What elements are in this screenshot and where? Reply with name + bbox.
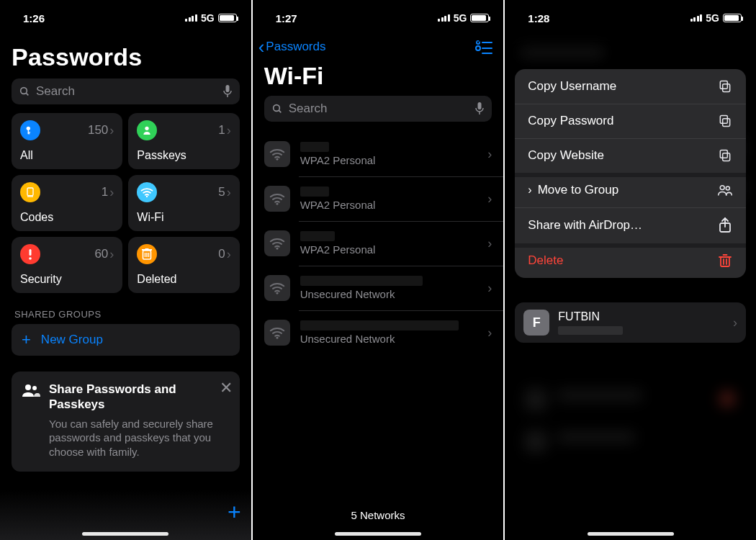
svg-rect-45 — [721, 257, 729, 266]
tile-count: 1 — [218, 123, 225, 138]
tile-label: Passkeys — [137, 149, 230, 162]
deleted-icon — [137, 244, 157, 264]
wifi-icon — [264, 230, 290, 256]
chevron-right-icon: › — [227, 247, 231, 262]
chevron-right-icon: › — [227, 185, 231, 200]
ctx-copy-website[interactable]: Copy Website — [515, 138, 746, 173]
redacted-ssid — [300, 320, 459, 330]
wifi-icon — [264, 186, 290, 212]
svg-point-8 — [145, 127, 149, 130]
ctx-label: Copy Username — [528, 79, 616, 94]
tile-label: Security — [20, 273, 114, 286]
tile-passkeys[interactable]: 1›Passkeys — [128, 113, 239, 169]
copy-icon — [717, 148, 733, 163]
svg-rect-39 — [720, 116, 727, 124]
tile-wifi[interactable]: 5›Wi-Fi — [128, 175, 239, 231]
ctx-share-with-airdrop[interactable]: Share with AirDrop… — [515, 207, 746, 243]
battery-icon — [470, 14, 489, 22]
status-time: 1:28 — [528, 12, 549, 24]
home-indicator[interactable] — [82, 532, 168, 536]
svg-rect-29 — [478, 102, 482, 109]
sort-button[interactable] — [474, 39, 493, 55]
signal-icon — [438, 14, 450, 22]
home-indicator[interactable] — [588, 532, 674, 536]
tile-codes[interactable]: 1›Codes — [12, 175, 122, 231]
share-card-body: You can safely and securely share passwo… — [49, 417, 230, 459]
svg-point-31 — [276, 158, 278, 161]
codes-icon — [20, 182, 40, 202]
ctx-label: Copy Password — [528, 114, 613, 128]
redacted-ssid — [300, 231, 335, 241]
ctx-move-to-group[interactable]: ›Move to Group — [515, 173, 746, 207]
svg-point-24 — [476, 46, 480, 50]
svg-line-1 — [26, 93, 28, 95]
plus-icon: + — [22, 332, 31, 348]
close-icon[interactable]: ✕ — [220, 379, 233, 397]
redacted-ssid — [300, 276, 423, 286]
ctx-copy-username[interactable]: Copy Username — [515, 69, 746, 104]
tile-count: 0 — [218, 247, 225, 261]
search-input[interactable]: Search — [264, 96, 492, 122]
svg-rect-40 — [723, 153, 730, 161]
tile-all[interactable]: 150›All — [12, 113, 122, 169]
people-icon — [717, 184, 733, 197]
svg-point-21 — [32, 386, 37, 390]
status-network: 5G — [706, 12, 719, 24]
list-item[interactable]: F FUTBIN › — [515, 302, 746, 343]
svg-rect-36 — [723, 84, 730, 92]
share-passwords-card[interactable]: ✕ Share Passwords and Passkeys You can s… — [12, 372, 240, 472]
redacted-ssid — [300, 186, 329, 197]
mic-icon[interactable] — [222, 85, 233, 98]
add-button[interactable]: + — [228, 499, 241, 526]
battery-icon — [218, 14, 237, 22]
copy-icon — [717, 79, 733, 94]
chevron-right-icon: › — [109, 247, 114, 262]
signal-icon — [185, 14, 197, 22]
chevron-right-icon: › — [109, 185, 114, 200]
mic-icon[interactable] — [474, 102, 485, 115]
search-placeholder: Search — [289, 102, 469, 116]
svg-rect-12 — [30, 249, 32, 256]
svg-rect-2 — [225, 85, 229, 92]
wifi-row[interactable]: WPA2 Personal› — [253, 132, 504, 176]
search-input[interactable]: Search — [12, 78, 240, 104]
wifi-icon — [264, 320, 290, 346]
wifi-row[interactable]: Unsecured Network› — [253, 266, 504, 310]
ctx-label: Share with AirDrop… — [528, 218, 642, 233]
redacted-subtitle — [558, 326, 623, 335]
tile-count: 1 — [102, 185, 108, 199]
redacted-ssid — [300, 142, 329, 152]
chevron-right-icon: › — [487, 236, 492, 251]
share-card-title: Share Passwords and Passkeys — [49, 382, 230, 413]
search-icon — [19, 86, 30, 97]
wifi-security: WPA2 Personal — [300, 199, 478, 211]
page-title: Wi-Fi — [264, 62, 492, 90]
svg-rect-38 — [723, 119, 730, 127]
wifi-row[interactable]: Unsecured Network› — [253, 310, 504, 355]
tile-security[interactable]: 60›Security — [12, 237, 122, 293]
wifi-security: Unsecured Network — [300, 333, 478, 345]
tile-deleted[interactable]: 0›Deleted — [128, 237, 239, 293]
screen-wifi-list: 1:27 5G ‹ Passwords Wi — [253, 0, 505, 540]
wifi-row[interactable]: WPA2 Personal› — [253, 176, 504, 221]
wifi-icon — [264, 275, 290, 301]
tile-label: Deleted — [137, 273, 230, 286]
wifi-row[interactable]: WPA2 Personal› — [253, 221, 504, 266]
chevron-right-icon: › — [487, 325, 492, 341]
back-button[interactable]: ‹ Passwords — [258, 37, 326, 56]
svg-rect-37 — [720, 81, 727, 89]
ctx-delete[interactable]: Delete — [515, 243, 746, 278]
ctx-copy-password[interactable]: Copy Password — [515, 104, 746, 138]
status-network: 5G — [201, 12, 215, 24]
status-bar: 1:27 5G — [253, 0, 504, 32]
back-label: Passwords — [266, 40, 325, 54]
home-indicator[interactable] — [335, 532, 421, 536]
svg-rect-7 — [28, 133, 30, 134]
svg-point-20 — [25, 384, 31, 390]
tile-count: 60 — [94, 247, 108, 261]
wifi-security: WPA2 Personal — [300, 154, 478, 166]
svg-point-32 — [276, 203, 278, 205]
tile-count: 150 — [88, 123, 108, 138]
svg-rect-5 — [28, 130, 29, 134]
new-group-button[interactable]: + New Group — [12, 324, 240, 356]
